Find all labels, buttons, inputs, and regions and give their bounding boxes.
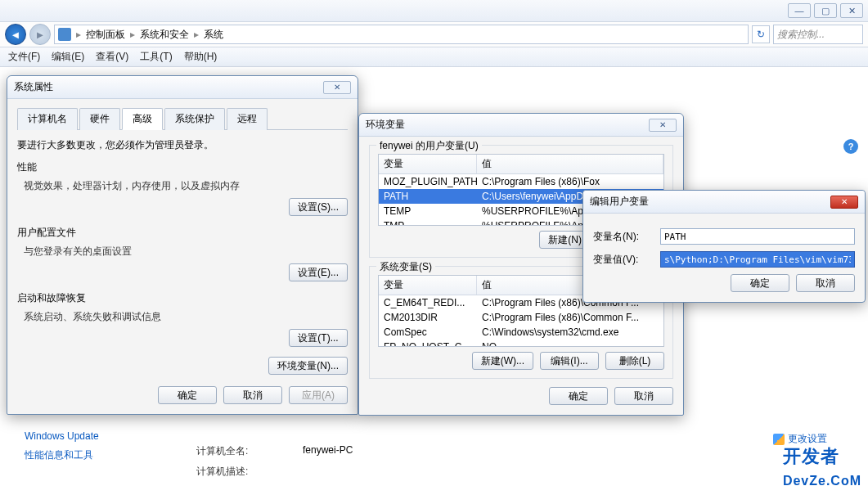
section-profiles-desc: 与您登录有关的桌面设置 [17, 243, 348, 263]
label-desc: 计算机描述: [196, 465, 270, 479]
ok-button[interactable]: 确定 [549, 387, 608, 405]
dialog-title: 系统属性 [14, 80, 53, 94]
breadcrumb[interactable]: ▸ 控制面板 ▸ 系统和安全 ▸ 系统 [54, 25, 749, 44]
system-properties-dialog: 系统属性 ✕ 计算机名 硬件 高级 系统保护 远程 要进行大多数更改，您必须作为… [7, 75, 358, 415]
menu-tools[interactable]: 工具(T) [140, 50, 172, 64]
crumb-item[interactable]: 控制面板 [86, 28, 125, 42]
search-input[interactable]: 搜索控制... [773, 25, 863, 44]
col-header-var: 变量 [379, 276, 477, 295]
link-perf-info[interactable]: 性能信息和工具 [25, 448, 99, 462]
var-value-input[interactable] [660, 251, 855, 268]
var-value-label: 变量值(V): [593, 253, 660, 267]
section-performance-desc: 视觉效果，处理器计划，内存使用，以及虚拟内存 [17, 178, 348, 198]
shield-icon [773, 434, 785, 445]
side-links: Windows Update 性能信息和工具 [25, 430, 99, 462]
section-profiles-head: 用户配置文件 [17, 226, 348, 240]
dialog-title: 环境变量 [366, 118, 405, 132]
tab-computer-name[interactable]: 计算机名 [17, 108, 78, 130]
edit-user-variable-dialog: 编辑用户变量 ✕ 变量名(N): 变量值(V): 确定 取消 [582, 190, 866, 303]
close-icon[interactable]: ✕ [830, 196, 858, 209]
help-icon[interactable]: ? [843, 139, 858, 154]
env-vars-button[interactable]: 环境变量(N)... [268, 357, 348, 375]
refresh-button[interactable]: ↻ [752, 25, 770, 43]
settings-performance-button[interactable]: 设置(S)... [289, 198, 348, 216]
col-header-var: 变量 [379, 155, 477, 173]
section-startup-head: 启动和故障恢复 [17, 291, 348, 305]
window-titlebar: — ▢ ✕ [0, 0, 868, 21]
maximize-button[interactable]: ▢ [814, 3, 837, 18]
delete-sys-var-button[interactable]: 删除(L) [605, 352, 664, 370]
label-fullname: 计算机全名: [196, 444, 270, 458]
apply-button[interactable]: 应用(A) [289, 386, 348, 404]
list-row[interactable]: CM2013DIRC:\Program Files (x86)\Common F… [379, 310, 663, 325]
close-icon[interactable]: ✕ [323, 81, 351, 94]
edit-sys-var-button[interactable]: 编辑(I)... [540, 352, 599, 370]
menu-help[interactable]: 帮助(H) [184, 50, 218, 64]
cancel-button[interactable]: 取消 [223, 386, 282, 404]
list-row[interactable]: ComSpecC:\Windows\system32\cmd.exe [379, 325, 663, 340]
cancel-button[interactable]: 取消 [796, 274, 855, 292]
cancel-button[interactable]: 取消 [614, 387, 673, 405]
list-row[interactable]: FP_NO_HOST_CNO [379, 340, 663, 347]
section-startup-desc: 系统启动、系统失败和调试信息 [17, 308, 348, 329]
back-button[interactable]: ◄ [5, 24, 26, 45]
menu-file[interactable]: 文件(F) [8, 50, 40, 64]
minimize-button[interactable]: — [788, 3, 811, 18]
section-performance-head: 性能 [17, 160, 348, 174]
menu-bar: 文件(F) 编辑(E) 查看(V) 工具(T) 帮助(H) [0, 47, 868, 67]
var-name-label: 变量名(N): [593, 230, 660, 244]
dialog-title: 编辑用户变量 [590, 195, 649, 209]
settings-profiles-button[interactable]: 设置(E)... [289, 263, 348, 281]
tab-remote[interactable]: 远程 [227, 108, 268, 130]
address-bar: ◄ ► ▸ 控制面板 ▸ 系统和安全 ▸ 系统 ↻ 搜索控制... [0, 21, 868, 47]
control-panel-icon [58, 28, 71, 41]
var-name-input[interactable] [660, 228, 855, 245]
ok-button[interactable]: 确定 [731, 274, 789, 292]
forward-button[interactable]: ► [29, 24, 51, 45]
settings-startup-button[interactable]: 设置(T)... [289, 329, 348, 347]
crumb-item[interactable]: 系统 [204, 28, 223, 42]
computer-info: 计算机全名:fenywei-PC 计算机描述: [196, 444, 353, 479]
menu-view[interactable]: 查看(V) [96, 50, 128, 64]
user-vars-group-title: fenywei 的用户变量(U) [376, 139, 482, 153]
tab-strip: 计算机名 硬件 高级 系统保护 远程 [17, 107, 348, 130]
close-button[interactable]: ✕ [840, 3, 863, 18]
tab-advanced[interactable]: 高级 [122, 108, 163, 130]
menu-edit[interactable]: 编辑(E) [52, 50, 84, 64]
watermark: 开发者DevZe.CoM [783, 444, 861, 490]
crumb-item[interactable]: 系统和安全 [140, 28, 189, 42]
value-fullname: fenywei-PC [303, 444, 353, 458]
close-icon[interactable]: ✕ [649, 119, 677, 132]
col-header-val: 值 [477, 155, 663, 173]
system-vars-group-title: 系统变量(S) [376, 260, 435, 274]
tab-hardware[interactable]: 硬件 [79, 108, 120, 130]
tab-protection[interactable]: 系统保护 [164, 108, 225, 130]
link-windows-update[interactable]: Windows Update [25, 430, 99, 442]
admin-notice: 要进行大多数更改，您必须作为管理员登录。 [17, 138, 348, 152]
list-row[interactable]: MOZ_PLUGIN_PATHC:\Program Files (x86)\Fo… [379, 174, 663, 189]
new-sys-var-button[interactable]: 新建(W)... [472, 352, 533, 370]
ok-button[interactable]: 确定 [158, 386, 217, 404]
